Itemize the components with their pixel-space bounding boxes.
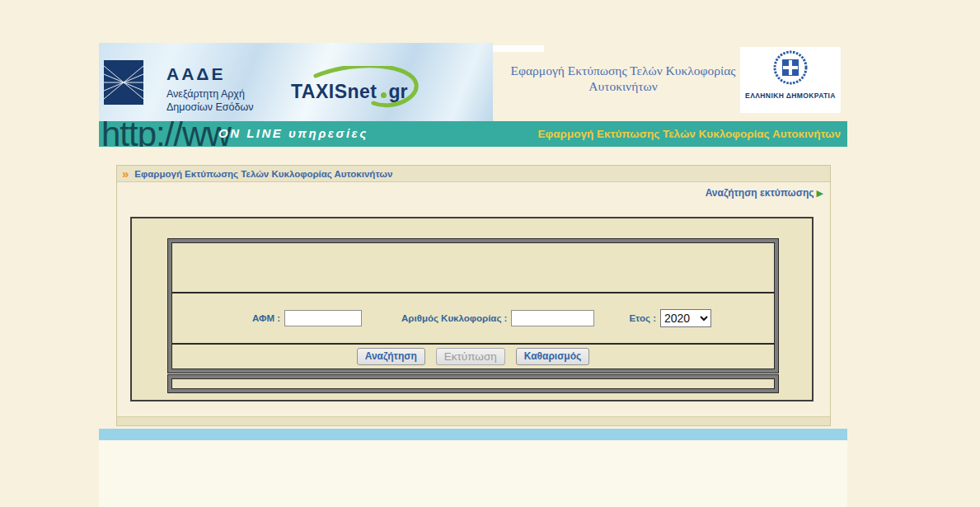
footer-area bbox=[99, 440, 847, 507]
banner-white-strip bbox=[493, 45, 544, 52]
banner-left-gradient: ΑΑΔΕ Ανεξάρτητη Αρχή Δημοσίων Εσόδων TAX… bbox=[99, 43, 493, 121]
aade-subtitle: Ανεξάρτητη Αρχή Δημοσίων Εσόδων bbox=[166, 87, 253, 114]
banner-right: Εφαρμογή Εκτύπωσης Τελών Κυκλοφορίας Αυτ… bbox=[493, 43, 847, 121]
breadcrumb-label: Εφαρμογή Εκτύπωσης Τελών Κυκλοφορίας Αυτ… bbox=[134, 169, 392, 179]
taxisnet-green-dot-icon bbox=[381, 92, 387, 98]
greek-coat-of-arms-icon bbox=[767, 49, 814, 87]
teal-services-bar: http://ww ON LINE υπηρεσίες Εφαρμογή Εκτ… bbox=[99, 121, 847, 147]
aade-subtitle-line2: Δημοσίων Εσόδων bbox=[166, 101, 253, 114]
afm-label: ΑΦΜ : bbox=[252, 313, 280, 323]
search-form-table: ΑΦΜ : Αριθμός Κυκλοφορίας : Ετος : 2020 … bbox=[168, 239, 778, 373]
page: { "colors": { "teal_bar": "#35AC9F", "ba… bbox=[0, 0, 980, 507]
taxisnet-name: TAXISnet bbox=[291, 81, 377, 103]
panel-footer-band bbox=[117, 416, 830, 425]
emblem-caption: ΕΛΛΗΝΙΚΗ ΔΗΜΟΚΡΑΤΙΑ bbox=[740, 92, 841, 100]
search-form-container: ΑΦΜ : Αριθμός Κυκλοφορίας : Ετος : 2020 … bbox=[130, 217, 814, 401]
afm-input[interactable] bbox=[284, 310, 362, 326]
aade-acronym: ΑΑΔΕ bbox=[166, 64, 225, 84]
online-services-label: ON LINE υπηρεσίες bbox=[218, 126, 368, 140]
plate-number-label: Αριθμός Κυκλοφορίας : bbox=[401, 313, 507, 323]
header-app-title-line2: Αυτοκινήτων bbox=[499, 78, 747, 94]
header-app-title-line1: Εφαρμογή Εκτύπωσης Τελών Κυκλοφορίας bbox=[499, 63, 747, 78]
search-print-link[interactable]: Αναζήτηση εκτύπωσης bbox=[706, 187, 814, 199]
aade-logo-icon bbox=[104, 60, 143, 105]
form-bottom-strip bbox=[168, 375, 778, 392]
breadcrumb-chevrons-icon: » bbox=[122, 168, 129, 180]
year-label: Ετος : bbox=[629, 313, 656, 323]
print-button[interactable]: Εκτύπωση bbox=[436, 348, 505, 365]
search-button[interactable]: Αναζήτηση bbox=[357, 348, 425, 365]
clear-button[interactable]: Καθαρισμός bbox=[516, 348, 590, 365]
footer-blue-bar bbox=[99, 429, 847, 440]
taxisnet-logo: TAXISnet gr bbox=[291, 66, 439, 117]
form-buttons-row: Αναζήτηση Εκτύπωση Καθαρισμός bbox=[171, 345, 775, 368]
url-watermark: http://ww bbox=[101, 121, 231, 147]
header-app-title: Εφαρμογή Εκτύπωσης Τελών Κυκλοφορίας Αυτ… bbox=[499, 63, 747, 94]
taxisnet-wordmark: TAXISnet gr bbox=[291, 81, 408, 103]
taxisnet-tld: gr bbox=[389, 81, 408, 103]
form-fields-row: ΑΦΜ : Αριθμός Κυκλοφορίας : Ετος : 2020 bbox=[171, 293, 775, 345]
aade-subtitle-line1: Ανεξάρτητη Αρχή bbox=[166, 87, 253, 101]
plate-number-input[interactable] bbox=[511, 310, 594, 326]
year-select[interactable]: 2020 bbox=[660, 309, 711, 327]
teal-bar-title: Εφαρμογή Εκτύπωσης Τελών Κυκλοφορίας Αυτ… bbox=[538, 128, 841, 140]
green-arrow-icon: ▶ bbox=[817, 188, 823, 198]
content-panel: » Εφαρμογή Εκτύπωσης Τελών Κυκλοφορίας Α… bbox=[116, 165, 831, 426]
header-banner: ΑΑΔΕ Ανεξάρτητη Αρχή Δημοσίων Εσόδων TAX… bbox=[99, 43, 847, 121]
hellenic-republic-emblem: ΕΛΛΗΝΙΚΗ ΔΗΜΟΚΡΑΤΙΑ bbox=[740, 47, 841, 113]
search-link-row: Αναζήτηση εκτύπωσης▶ bbox=[117, 182, 830, 200]
form-header-row bbox=[171, 242, 775, 293]
breadcrumb: » Εφαρμογή Εκτύπωσης Τελών Κυκλοφορίας Α… bbox=[117, 166, 830, 182]
